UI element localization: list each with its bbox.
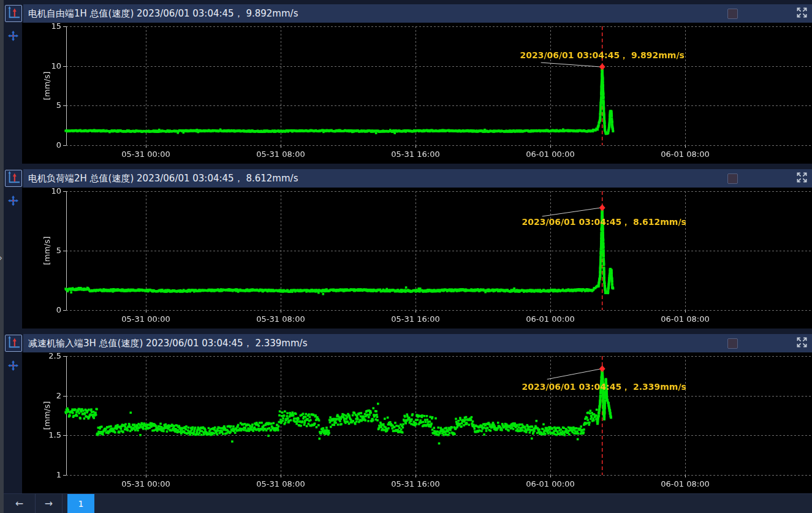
trend-axis-icon-button[interactable] [5,170,22,187]
panel-1-side-column [4,23,22,164]
expand-panel-chevron[interactable]: › [0,254,2,263]
left-arrow-icon: ← [15,498,23,509]
chart-2-expand-button[interactable] [796,172,808,186]
chart-1-canvas[interactable] [22,23,812,164]
panel-3-header-row: 减速机输入端3H 总值(速度) 2023/06/01 03:04:45， 2.3… [4,334,812,352]
trend-axis-icon-button[interactable] [5,335,22,352]
pan-move-icon[interactable] [8,360,18,373]
pan-move-icon[interactable] [8,31,18,44]
chart-3-header: 减速机输入端3H 总值(速度) 2023/06/01 03:04:45， 2.3… [23,334,812,352]
chart-1-expand-button[interactable] [796,7,808,21]
chart-1-header: 电机自由端1H 总值(速度) 2023/06/01 03:04:45， 9.89… [23,4,812,23]
panel-2-side-column [4,188,22,329]
chart-1-title: 电机自由端1H 总值(速度) 2023/06/01 03:04:45， 9.89… [28,8,298,20]
chart-1-select-checkbox[interactable] [727,9,738,19]
chart-2-title: 电机负荷端2H 总值(速度) 2023/06/01 03:04:45， 8.61… [28,173,298,184]
panel-3-body [4,352,812,493]
pan-move-icon[interactable] [8,196,18,208]
trend-axis-icon-button[interactable] [5,5,22,22]
axis-arrow-icon [7,335,20,351]
left-collapse-strip: › [0,0,4,513]
chart-panel-3: 减速机输入端3H 总值(速度) 2023/06/01 03:04:45， 2.3… [4,334,812,493]
fullscreen-expand-icon [796,336,808,351]
pagination-bar: ← → 1 [4,493,812,513]
prev-page-button[interactable]: ← [4,494,36,513]
right-arrow-icon: → [45,498,53,509]
chart-2-canvas[interactable] [22,188,812,329]
chart-panel-1: 电机自由端1H 总值(速度) 2023/06/01 03:04:45， 9.89… [4,4,812,164]
chart-panel-stack: 电机自由端1H 总值(速度) 2023/06/01 03:04:45， 9.89… [4,0,812,499]
chart-3-select-checkbox[interactable] [727,338,738,349]
panel-1-header-row: 电机自由端1H 总值(速度) 2023/06/01 03:04:45， 9.89… [4,4,812,23]
chart-2-header: 电机负荷端2H 总值(速度) 2023/06/01 03:04:45， 8.61… [23,169,812,188]
panel-3-side-column [4,352,22,493]
panel-1-body [4,23,812,164]
fullscreen-expand-icon [796,7,808,21]
panel-2-header-row: 电机负荷端2H 总值(速度) 2023/06/01 03:04:45， 8.61… [4,169,812,188]
chart-panel-2: 电机负荷端2H 总值(速度) 2023/06/01 03:04:45， 8.61… [4,169,812,329]
axis-arrow-icon [7,6,20,21]
axis-arrow-icon [7,170,20,186]
page-button-1[interactable]: 1 [67,494,94,513]
chart-3-canvas[interactable] [22,352,812,493]
next-page-button[interactable]: → [36,494,63,513]
chart-3-title: 减速机输入端3H 总值(速度) 2023/06/01 03:04:45， 2.3… [28,338,307,349]
panel-2-body [4,188,812,329]
chart-3-expand-button[interactable] [796,336,808,351]
fullscreen-expand-icon [796,172,808,186]
chart-2-select-checkbox[interactable] [727,173,738,184]
